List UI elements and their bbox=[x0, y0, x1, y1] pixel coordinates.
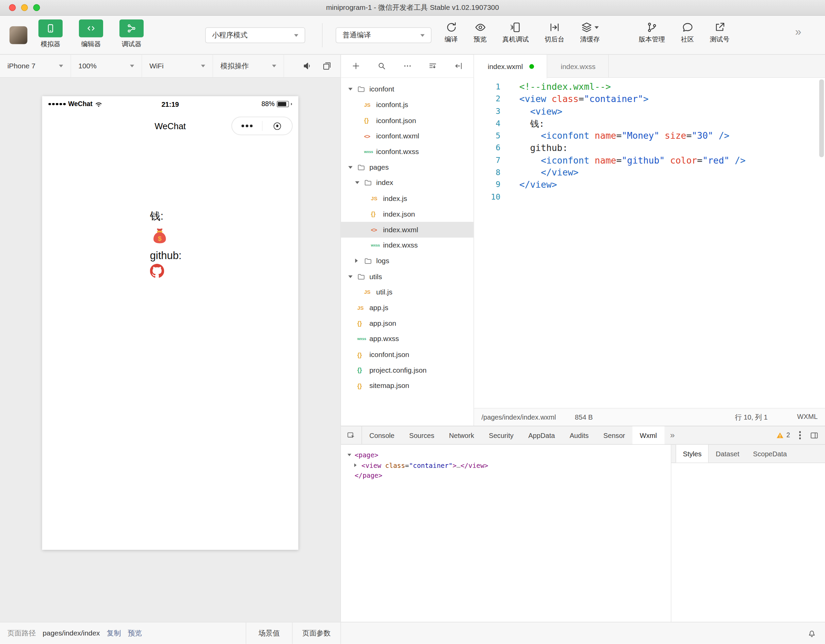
screenshot-icon[interactable] bbox=[322, 61, 332, 71]
styles-tab-dataset[interactable]: Dataset bbox=[709, 445, 746, 463]
tree-item-utils[interactable]: utils bbox=[341, 269, 474, 284]
close-window-button[interactable] bbox=[9, 4, 15, 11]
dock-side-icon[interactable] bbox=[810, 431, 819, 440]
chevron-down-icon bbox=[130, 65, 134, 67]
background-action[interactable]: 切后台 bbox=[537, 21, 572, 44]
user-avatar[interactable] bbox=[9, 26, 28, 44]
tree-item-index.json[interactable]: {}index.json bbox=[341, 206, 474, 222]
zoom-window-button[interactable] bbox=[33, 4, 40, 11]
copy-path-link[interactable]: 复制 bbox=[107, 629, 121, 638]
tree-item-iconfont.json[interactable]: {}iconfont.json bbox=[341, 112, 474, 128]
device-dropdown-0[interactable]: iPhone 7 bbox=[0, 55, 71, 77]
editor-tab-index.wxml[interactable]: index.wxml bbox=[474, 55, 547, 79]
tree-item-iconfont.json[interactable]: {}iconfont.json bbox=[341, 347, 474, 362]
cursor-position: 行 10, 列 1 bbox=[735, 413, 768, 422]
phone-status-bar: WeChat 21:19 88% bbox=[42, 96, 298, 112]
toolbar-overflow-button[interactable]: » bbox=[795, 25, 799, 38]
tree-item-iconfont.wxss[interactable]: wxssiconfont.wxss bbox=[341, 144, 474, 159]
compile-action[interactable]: 编译 bbox=[437, 21, 466, 44]
device-dropdown-3[interactable]: 模拟操作 bbox=[213, 55, 284, 77]
tree-item-app.wxss[interactable]: wxssapp.wxss bbox=[341, 331, 474, 347]
dom-token: <page> bbox=[355, 451, 379, 459]
tree-item-index.wxss[interactable]: wxssindex.wxss bbox=[341, 238, 474, 253]
device-dropdown-1[interactable]: 100% bbox=[71, 55, 142, 77]
compile-mode-select[interactable]: 普通编译 bbox=[335, 27, 431, 43]
devtools-tab-security[interactable]: Security bbox=[482, 427, 521, 444]
code-line: 1<!--index.wxml--> bbox=[474, 81, 825, 93]
file-name: index.js bbox=[383, 194, 407, 202]
dom-line[interactable]: <page> bbox=[347, 450, 671, 460]
tree-item-index.js[interactable]: JSindex.js bbox=[341, 191, 474, 206]
code-line: 9</view> bbox=[474, 179, 825, 191]
search-icon[interactable] bbox=[377, 62, 386, 70]
devtools-tab-appdata[interactable]: AppData bbox=[521, 427, 562, 444]
preview-action[interactable]: 预览 bbox=[466, 21, 494, 44]
dom-token: … bbox=[456, 461, 460, 469]
wifi-icon bbox=[93, 101, 102, 108]
json-file-icon: {} bbox=[364, 117, 375, 124]
simulator-button[interactable]: 模拟器 bbox=[35, 19, 66, 49]
speaker-icon[interactable] bbox=[303, 61, 312, 71]
more-menu-button[interactable] bbox=[232, 125, 262, 127]
devtools-tab-audits[interactable]: Audits bbox=[562, 427, 596, 444]
button-label: 模拟器 bbox=[40, 40, 60, 49]
remote-debug-action[interactable]: 真机调试 bbox=[494, 21, 537, 44]
version-action[interactable]: 版本管理 bbox=[631, 21, 673, 44]
action-label: 社区 bbox=[681, 35, 694, 44]
page-params-button[interactable]: 页面参数 bbox=[293, 622, 341, 644]
tree-item-iconfont.wxml[interactable]: <>iconfont.wxml bbox=[341, 128, 474, 144]
tree-item-logs[interactable]: logs bbox=[341, 253, 474, 269]
inspect-icon bbox=[347, 431, 356, 440]
devtools-tab-sources[interactable]: Sources bbox=[402, 427, 442, 444]
tree-item-app.json[interactable]: {}app.json bbox=[341, 316, 474, 331]
community-action[interactable]: 社区 bbox=[673, 21, 702, 44]
devtools-tab-network[interactable]: Network bbox=[442, 427, 482, 444]
page-path-section: 页面路径 pages/index/index 复制 预览 bbox=[0, 622, 246, 644]
tree-item-iconfont.js[interactable]: JSiconfont.js bbox=[341, 97, 474, 113]
tree-item-index[interactable]: index bbox=[341, 175, 474, 191]
tree-item-index.wxml[interactable]: <>index.wxml bbox=[341, 222, 474, 238]
device-dropdown-2[interactable]: WiFi bbox=[142, 55, 213, 77]
more-tabs-button[interactable]: » bbox=[664, 430, 681, 440]
scene-value-button[interactable]: 场景值 bbox=[246, 622, 292, 644]
devtools-tab-sensor[interactable]: Sensor bbox=[596, 427, 632, 444]
dom-line[interactable]: <view class="container">…</view> bbox=[354, 460, 671, 470]
battery-icon bbox=[277, 101, 289, 107]
code-token: size bbox=[665, 131, 686, 141]
more-options-icon[interactable] bbox=[403, 62, 411, 70]
minimize-window-button[interactable] bbox=[21, 4, 28, 11]
warnings-badge[interactable]: 2 bbox=[776, 431, 790, 439]
open-files-icon[interactable] bbox=[428, 62, 437, 70]
clear-cache-action[interactable]: 清缓存 bbox=[572, 21, 607, 44]
preview-path-link[interactable]: 预览 bbox=[128, 629, 142, 638]
notification-bell-icon[interactable] bbox=[807, 629, 816, 638]
devtools-menu-icon[interactable] bbox=[798, 431, 802, 439]
tree-item-sitemap.json[interactable]: {}sitemap.json bbox=[341, 378, 474, 394]
dom-line[interactable]: </page> bbox=[347, 471, 671, 481]
add-file-icon[interactable] bbox=[352, 62, 360, 70]
inspect-element-button[interactable] bbox=[341, 427, 362, 444]
editor-button[interactable]: 编辑器 bbox=[75, 19, 107, 49]
collapse-panel-icon[interactable] bbox=[454, 62, 463, 70]
styles-tab-scopedata[interactable]: ScopeData bbox=[746, 445, 794, 463]
line-number: 3 bbox=[474, 105, 500, 118]
test-account-action[interactable]: 测试号 bbox=[702, 21, 737, 44]
debugger-button[interactable]: 调试器 bbox=[116, 19, 147, 49]
code-text: 钱: bbox=[519, 118, 545, 130]
tree-item-util.js[interactable]: JSutil.js bbox=[341, 284, 474, 300]
editor-code[interactable]: 1<!--index.wxml-->2<view class="containe… bbox=[474, 78, 825, 408]
file-language[interactable]: WXML bbox=[797, 413, 817, 422]
devtools-tab-console[interactable]: Console bbox=[362, 427, 402, 444]
device-bar-icons bbox=[303, 61, 340, 71]
home-button[interactable] bbox=[263, 122, 292, 129]
tree-item-app.js[interactable]: JSapp.js bbox=[341, 300, 474, 316]
tree-item-pages[interactable]: pages bbox=[341, 159, 474, 175]
styles-tab-styles[interactable]: Styles bbox=[675, 445, 709, 463]
editor-scrollbar[interactable] bbox=[819, 79, 824, 157]
editor-tab-index.wxss[interactable]: index.wxss bbox=[547, 55, 609, 78]
tree-item-project.config.json[interactable]: {}project.config.json bbox=[341, 362, 474, 378]
mode-select[interactable]: 小程序模式 bbox=[205, 27, 305, 43]
devtools-tab-wxml[interactable]: Wxml bbox=[632, 427, 664, 444]
tree-item-iconfont[interactable]: iconfont bbox=[341, 82, 474, 97]
battery-status: 88% bbox=[261, 100, 292, 108]
